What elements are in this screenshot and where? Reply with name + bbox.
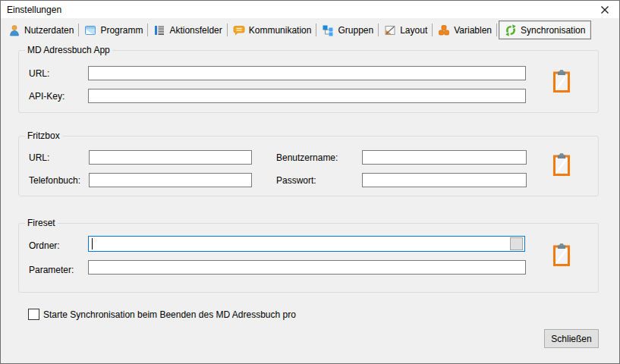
clipboard-icon[interactable] <box>552 242 571 267</box>
tab-nutzerdaten[interactable]: Nutzerdaten <box>3 20 79 39</box>
benutzername-label: Benutzername: <box>276 152 338 163</box>
tab-label: Synchronisation <box>521 25 585 36</box>
group-title: MD Adressbuch App <box>25 45 112 55</box>
passwort-input[interactable] <box>362 173 527 187</box>
start-sync-checkbox-label: Starte Synchronisation beim Beenden des … <box>43 309 296 320</box>
text-caret <box>92 238 93 249</box>
tab-label: Kommunikation <box>249 25 312 36</box>
tab-label: Layout <box>400 25 427 36</box>
group-title: Fireset <box>25 218 58 228</box>
window-icon <box>84 24 96 36</box>
fritzbox-url-label: URL: <box>29 152 49 163</box>
tab-label: Variablen <box>454 25 492 36</box>
ordner-browse-button[interactable] <box>510 237 523 250</box>
telefonbuch-input[interactable] <box>89 173 252 187</box>
tab-variablen[interactable]: Variablen <box>433 20 497 39</box>
group-fireset: Fireset <box>18 223 599 293</box>
group-fritzbox: Fritzbox <box>18 136 599 196</box>
ordner-label: Ordner: <box>29 240 60 251</box>
clipboard-icon[interactable] <box>552 68 571 93</box>
tab-label: Programm <box>100 25 143 36</box>
md-url-input[interactable] <box>88 66 526 80</box>
speech-bubble-icon <box>233 24 245 36</box>
settings-dialog: Einstellungen Nutzerdaten Programm Aktio… <box>0 0 620 364</box>
user-icon <box>8 24 20 36</box>
clipboard-icon[interactable] <box>552 152 571 177</box>
org-tree-icon <box>322 24 334 36</box>
tab-bar: Nutzerdaten Programm Aktionsfelder Kommu… <box>3 20 591 39</box>
close-button[interactable] <box>590 1 619 18</box>
tab-label: Gruppen <box>338 25 373 36</box>
ordner-input[interactable] <box>90 237 509 250</box>
md-url-label: URL: <box>29 68 49 79</box>
md-api-key-input[interactable] <box>88 89 526 103</box>
tab-synchronisation[interactable]: Synchronisation <box>499 20 591 39</box>
close-dialog-button[interactable]: Schließen <box>544 329 599 348</box>
ordner-field <box>88 236 525 252</box>
md-api-key-label: API-Key: <box>29 91 65 102</box>
passwort-label: Passwort: <box>276 175 316 186</box>
variables-icon <box>438 24 450 36</box>
layout-icon <box>384 24 396 36</box>
tab-gruppen[interactable]: Gruppen <box>316 20 379 39</box>
tab-label: Aktionsfelder <box>169 25 222 36</box>
parameter-label: Parameter: <box>29 265 74 275</box>
tab-aktionsfelder[interactable]: Aktionsfelder <box>148 20 227 39</box>
window-title: Einstellungen <box>7 5 61 15</box>
start-sync-checkbox[interactable] <box>28 309 39 320</box>
fritzbox-url-input[interactable] <box>89 150 252 165</box>
parameter-input[interactable] <box>88 260 526 275</box>
telefonbuch-label: Telefonbuch: <box>29 175 80 186</box>
sync-icon <box>505 24 517 36</box>
tab-kommunikation[interactable]: Kommunikation <box>228 20 317 39</box>
benutzername-input[interactable] <box>362 150 527 165</box>
group-md-adressbuch-app: MD Adressbuch App <box>18 50 599 113</box>
titlebar: Einstellungen <box>1 1 619 18</box>
group-title: Fritzbox <box>25 130 62 141</box>
tab-programm[interactable]: Programm <box>79 20 148 39</box>
list-icon <box>153 24 165 36</box>
close-icon <box>600 5 609 14</box>
tab-label: Nutzerdaten <box>24 25 74 36</box>
tab-layout[interactable]: Layout <box>379 20 433 39</box>
